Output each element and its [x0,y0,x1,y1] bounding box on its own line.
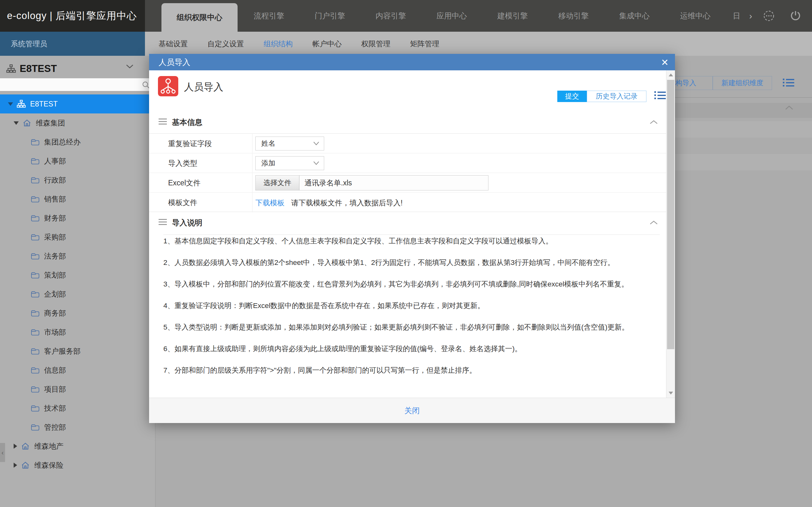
folder-icon [31,195,40,203]
power-logout-icon[interactable] [790,10,801,23]
tree-node-dept[interactable]: 行政部 [0,170,155,189]
selected-filename: 通讯录名单.xls [305,178,352,188]
folder-icon [31,271,40,279]
basic-info-form: 重复验证字段 姓名 导入类型 添加 Excel文件 选择文件 通讯录名单.xls [149,133,666,212]
tree-node-label: 维森地产 [34,441,63,451]
tree-node-label: 项目部 [44,384,66,394]
form-row-import-type: 导入类型 添加 [149,153,666,173]
tree-node-label: 财务部 [44,213,66,223]
collapse-section-icon[interactable] [785,105,794,112]
top-tab-clipped[interactable]: 日 [733,0,749,32]
folder-icon [31,424,40,431]
download-template-link[interactable]: 下载模板 [255,198,285,208]
dialog-heading: 人员导入 [184,80,223,94]
dialog-scrollbar[interactable] [666,70,675,398]
tree-node-dept[interactable]: 商务部 [0,303,155,323]
tree-node-dept[interactable]: 技术部 [0,399,155,418]
collapse-instructions-icon[interactable] [650,220,658,226]
tree-node-dept[interactable]: 项目部 [0,380,155,399]
expander-down-icon[interactable] [8,102,13,106]
tree-node-dept[interactable]: 人事部 [0,152,155,170]
tree-node-dept[interactable]: 市场部 [0,323,155,342]
sidebar-search-input[interactable] [0,78,155,91]
scrollbar-thumb[interactable] [667,80,674,349]
tree-node-label: 企划部 [44,289,66,299]
folder-icon [31,385,40,393]
tree-node-dept[interactable]: 信息部 [0,360,155,380]
expander-right-icon[interactable] [14,444,17,449]
top-tab-appcenter[interactable]: 应用中心 [421,11,482,21]
instruction-item: 2、人员数据必须填入导入模板的第2个sheet中，导入模板中第1、2行为固定行，… [163,257,660,269]
duplicate-field-value: 姓名 [261,139,275,148]
new-org-dimension-button[interactable]: 新建组织维度 [713,76,772,90]
subnav-custom-settings[interactable]: 自定义设置 [207,39,244,49]
tree-node-dept[interactable]: 客户服务部 [0,342,155,360]
tree-node-company[interactable]: 维森保险 [0,456,155,475]
org-tree-sidebar: E8TEST E8TEST 维森集团 集团总经办 人事部 行政部 销售部 财务部… [0,56,155,507]
scroll-down-icon[interactable] [669,392,673,395]
admin-role-bar: 系统管理员 [0,32,145,56]
close-icon[interactable]: ✕ [659,57,670,68]
tree-node-dept[interactable]: 策划部 [0,266,155,285]
subnav-matrix-mgmt[interactable]: 矩阵管理 [410,39,439,49]
top-tab-ops[interactable]: 运维中心 [665,11,726,21]
tree-node-dept[interactable]: 管控部 [0,418,155,437]
tree-node-company[interactable]: 维森集团 [0,113,155,132]
import-instructions-title: 导入说明 [172,218,202,228]
org-dimension-title: E8TEST [20,63,57,74]
top-tab-mobile[interactable]: 移动引擎 [543,11,604,21]
subnav-org-structure[interactable]: 组织结构 [264,39,293,49]
close-link[interactable]: 关闭 [404,406,420,416]
instruction-item: 5、导入类型说明：判断是更新或添加，如果添加则对必填列验证；如果更新必填列则不验… [163,321,660,334]
tree-node-company[interactable]: 维森地产 [0,437,155,456]
tree-node-label: 维森集团 [36,118,65,128]
duplicate-field-select[interactable]: 姓名 [255,136,324,151]
template-file-label: 模板文件 [168,193,197,212]
org-tree-icon [6,64,16,73]
file-input[interactable]: 选择文件 通讯录名单.xls [255,175,489,190]
history-import-records-button[interactable]: 历史导入记录 [587,91,647,102]
top-tab-modeling[interactable]: 建模引擎 [482,11,543,21]
list-view-icon[interactable] [654,91,666,101]
import-type-select[interactable]: 添加 [255,156,324,170]
tree-node-dept[interactable]: 集团总经办 [0,132,155,152]
folder-icon [31,176,40,184]
scroll-up-icon[interactable] [669,73,673,76]
collapse-basic-info-icon[interactable] [650,120,658,126]
tree-node-label: 法务部 [44,251,66,261]
tabs-scroll-right-icon[interactable]: › [749,11,757,21]
history-label: 历史导入记录 [596,92,638,101]
submit-button[interactable]: 提交 [557,91,587,102]
tree-node-dept[interactable]: 财务部 [0,209,155,228]
tree-node-label: E8TEST [30,100,58,108]
top-tabs: 流程引擎 门户引擎 内容引擎 应用中心 建模引擎 移动引擎 集成中心 运维中心 [239,0,726,32]
subnav-account-center[interactable]: 帐户中心 [312,39,342,49]
duplicate-field-label: 重复验证字段 [168,134,212,153]
sidebar-collapse-handle[interactable]: ‹ [0,443,5,462]
org-dimension-chevron-down-icon[interactable] [125,64,134,70]
tree-node-dept[interactable]: 销售部 [0,189,155,209]
tree-node-dept[interactable]: 法务部 [0,246,155,266]
tree-node-dept[interactable]: 采购部 [0,228,155,246]
more-options-icon[interactable] [763,10,774,23]
subnav-permission-mgmt[interactable]: 权限管理 [361,39,391,49]
top-tab-org-permission-center[interactable]: 组织权限中心 [161,3,238,32]
top-tab-content[interactable]: 内容引擎 [360,11,421,21]
import-type-value: 添加 [261,158,275,168]
top-tab-label: 组织权限中心 [177,12,222,22]
tree-node-label: 市场部 [44,327,66,337]
top-bar: e-cology | 后端引擎应用中心 组织权限中心 流程引擎 门户引擎 内容引… [0,0,812,32]
subnav-basic-settings[interactable]: 基础设置 [159,39,188,49]
top-tab-integration[interactable]: 集成中心 [604,11,665,21]
tree-node-label: 行政部 [44,175,66,185]
home-icon [22,118,32,127]
tree-node-dept[interactable]: 企划部 [0,285,155,303]
top-tab-workflow[interactable]: 流程引擎 [239,11,299,21]
top-tab-portal[interactable]: 门户引擎 [299,11,360,21]
instruction-item: 6、如果有直接上级或助理，则所填内容必须为此上级或助理的重复验证字段的值(编号、… [163,343,660,355]
expander-right-icon[interactable] [14,463,17,468]
list-view-icon[interactable] [783,78,794,88]
choose-file-button[interactable]: 选择文件 [256,176,299,190]
tree-node-root[interactable]: E8TEST [0,95,155,113]
expander-down-icon[interactable] [14,121,19,125]
